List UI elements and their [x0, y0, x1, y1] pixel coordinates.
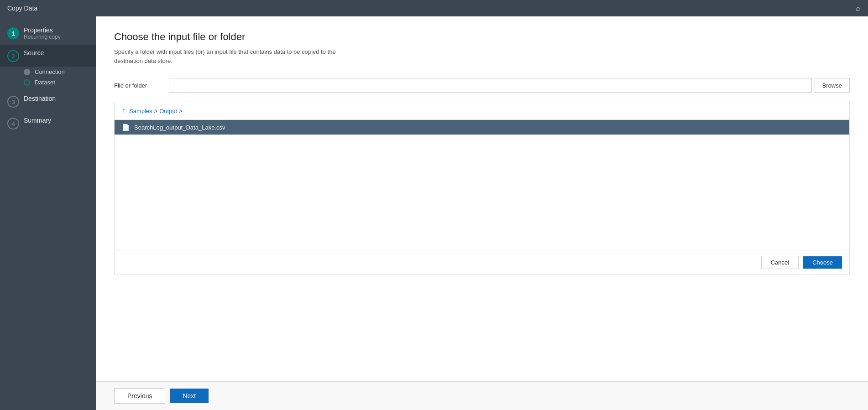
breadcrumb-output[interactable]: Output	[159, 108, 177, 114]
step-circle-summary: 4	[7, 118, 19, 130]
step-label-destination: Destination	[24, 95, 56, 102]
sub-dot-connection	[24, 69, 30, 75]
browse-button[interactable]: Browse	[815, 78, 850, 93]
step-text-source: Source	[24, 49, 44, 57]
file-folder-label: File or folder	[114, 82, 169, 89]
sidebar-subitem-connection[interactable]: Connection	[24, 67, 96, 77]
choose-button[interactable]: Choose	[803, 256, 842, 269]
sidebar: 1 Properties Recurring copy 2 Source Con…	[0, 16, 96, 410]
sidebar-source-subitems: Connection Dataset	[0, 67, 96, 90]
sidebar-item-summary[interactable]: 4 Summary	[0, 112, 96, 134]
breadcrumb-nav: ↑ Samples > Output >	[122, 107, 183, 115]
page-description: Specify a folder with input files (or) a…	[114, 47, 351, 65]
search-icon[interactable]: ⌕	[856, 4, 861, 13]
sidebar-item-source[interactable]: 2 Source	[0, 45, 96, 67]
sidebar-item-destination[interactable]: 3 Destination	[0, 90, 96, 112]
content-area: Choose the input file or folder Specify …	[96, 16, 868, 410]
step-text-properties: Properties Recurring copy	[24, 26, 61, 40]
step-text-summary: Summary	[24, 117, 51, 124]
sidebar-item-properties[interactable]: 1 Properties Recurring copy	[0, 22, 96, 45]
step-text-destination: Destination	[24, 95, 56, 102]
step-label-summary: Summary	[24, 117, 51, 124]
file-browser-panel: ↑ Samples > Output > 📄 SearchLog_output_…	[114, 102, 850, 275]
file-folder-row: File or folder Browse	[114, 78, 850, 93]
step-circle-destination: 3	[7, 96, 19, 108]
file-browser-toolbar: ↑ Samples > Output >	[115, 102, 849, 120]
breadcrumb-sep-1: >	[154, 108, 158, 114]
file-item-0[interactable]: 📄 SearchLog_output_Data_Lake.csv	[115, 120, 849, 135]
step-label-source: Source	[24, 49, 44, 57]
breadcrumb-samples[interactable]: Samples	[129, 108, 152, 114]
previous-button[interactable]: Previous	[114, 388, 165, 404]
subitem-label-dataset: Dataset	[35, 79, 55, 86]
sub-dot-dataset	[24, 79, 30, 86]
content-inner: Choose the input file or folder Specify …	[96, 16, 868, 381]
subitem-label-connection: Connection	[35, 68, 65, 75]
file-folder-input[interactable]	[169, 78, 812, 93]
step-sublabel-properties: Recurring copy	[24, 34, 61, 40]
bottom-nav: Previous Next	[96, 381, 868, 410]
main-layout: 1 Properties Recurring copy 2 Source Con…	[0, 16, 868, 410]
breadcrumb-sep-2: >	[179, 108, 183, 114]
sidebar-subitem-dataset[interactable]: Dataset	[24, 77, 96, 88]
cancel-button[interactable]: Cancel	[761, 256, 799, 269]
file-name-0: SearchLog_output_Data_Lake.csv	[134, 124, 225, 131]
topbar: Copy Data ⌕	[0, 0, 868, 16]
file-icon-0: 📄	[122, 124, 130, 131]
step-circle-source: 2	[7, 50, 19, 62]
page-title: Choose the input file or folder	[114, 31, 850, 43]
dialog-footer: Cancel Choose	[115, 250, 849, 275]
next-button[interactable]: Next	[170, 389, 209, 403]
step-label-properties: Properties	[24, 26, 61, 34]
file-list: 📄 SearchLog_output_Data_Lake.csv	[115, 120, 849, 250]
app-title: Copy Data	[7, 5, 37, 12]
back-arrow-icon[interactable]: ↑	[122, 107, 125, 115]
step-circle-properties: 1	[7, 27, 19, 39]
